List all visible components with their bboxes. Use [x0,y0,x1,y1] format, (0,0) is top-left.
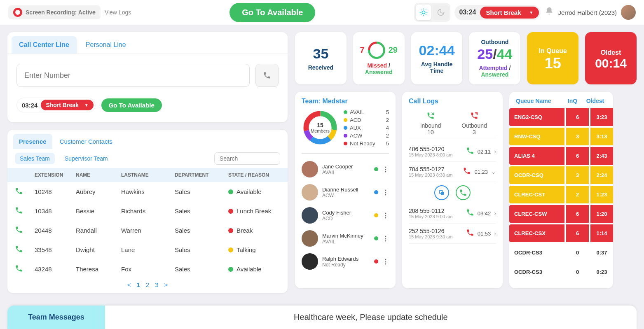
more-icon[interactable]: ⋮ [382,166,389,173]
recording-text: Screen Recording: Active [26,9,96,16]
team-title: Team: Medstar [302,98,389,105]
more-icon[interactable]: ⋮ [382,235,389,243]
chevron-down-icon: ▼ [529,10,534,15]
queue-row[interactable]: RNW-CSQ33:13 [509,128,613,145]
call-logs-card: Call Logs Inbound 10 Outbound 3 406 555-… [402,92,503,288]
call-icon[interactable] [7,245,32,254]
queue-row[interactable]: CLREC-CSX61:14 [509,224,613,242]
avatar [302,184,318,201]
chevron-icon: › [494,210,496,217]
agent-table-head: EXTENSION NAME LASTNAME DEPARTMENT STATE… [7,168,288,182]
queue-card: Queue Name InQ Oldest ENG2-CSQ63:23 RNW-… [509,92,613,288]
agent-row[interactable]: 33548 Dwight Lane Sales Talking [7,240,288,259]
team-donut: 15Members [302,109,339,146]
member-row[interactable]: Marvin McKinneyAVAIL ⋮ [302,227,389,250]
team-chip-supervisor[interactable]: Supervisor Team [60,153,113,164]
avatar[interactable] [621,5,636,20]
go-available-button[interactable]: Go To Available [229,3,315,22]
log-row[interactable]: 406 555-012015 May 2023 8:00 am 02:11 › [409,142,496,162]
chevron-icon: ⌄ [491,168,496,175]
page-next[interactable]: > [164,281,168,288]
queue-row[interactable]: OCDR-CS300:23 [509,263,613,281]
number-input[interactable] [16,64,250,87]
metric-oldest: Oldest 00:14 [585,32,637,84]
go-available-button-small[interactable]: Go To Available [101,98,162,112]
more-icon[interactable]: ⋮ [382,189,389,196]
page-1[interactable]: 1 [136,281,140,288]
metric-outbound: Outbound 25/44 Attempted /Answered [469,32,520,84]
copy-button[interactable] [434,185,449,200]
record-icon [13,8,22,17]
metric-received: 35 Received [295,32,347,84]
member-row[interactable]: Ralph EdwardsNot Ready ⋮ [302,250,389,273]
member-row[interactable]: Jane CooperAVAIL ⋮ [302,158,389,181]
status-pill-small: 03:24 Short Break ▼ [16,98,96,112]
avatar [302,161,318,177]
member-row[interactable]: Dianne RussellACW ⋮ [302,181,389,204]
team-chip-sales[interactable]: Sales Team [15,153,55,164]
chevron-down-icon: ▼ [84,103,89,107]
legend-row: AVAIL5 [344,109,389,115]
inbound-icon [409,112,452,121]
log-row[interactable]: 252 555-012615 May 2023 9:30 am 01:53 › [409,224,496,244]
avatar [302,230,318,247]
ticker-message: Healthcare week, Please update schedule [105,313,637,322]
tab-personal[interactable]: Personal Line [78,36,133,54]
recording-badge: Screen Recording: Active [8,5,101,19]
team-messages-tab[interactable]: Team Messages [7,306,105,329]
footer-bar: Team Messages Healthcare week, Please up… [7,306,637,329]
out-call-icon [463,167,471,177]
queue-row[interactable]: CLREC-CSW61:20 [509,205,613,223]
queue-row[interactable]: OCDR-CS300:37 [509,244,613,261]
bell-icon[interactable] [545,7,554,18]
agent-row[interactable]: 43248 Theresa Fox Sales Available [7,259,288,279]
tab-inbound[interactable]: Inbound 10 [409,109,452,138]
view-logs-link[interactable]: View Logs [105,9,131,16]
legend-row: ACW2 [344,133,389,139]
tab-call-center[interactable]: Call Center Line [12,36,77,54]
call-icon[interactable] [7,206,32,216]
tab-presence[interactable]: Presence [13,134,52,149]
agent-row[interactable]: 10248 Aubrey Hawkins Sales Available [7,182,288,201]
member-row[interactable]: Cody FisherACD ⋮ [302,204,389,227]
call-icon[interactable] [7,187,32,196]
queue-row[interactable]: ENG2-CSQ63:23 [509,108,613,126]
status-timer: 03:24 [459,9,476,16]
page-2[interactable]: 2 [146,281,149,288]
status-dropdown[interactable]: Short Break ▼ [480,7,539,19]
status-dropdown-small[interactable]: Short Break ▼ [41,100,93,110]
outbound-icon [452,112,496,121]
agent-row[interactable]: 10348 Bessie Richards Sales Lunch Break [7,201,288,221]
call-icon[interactable] [7,226,32,235]
tab-outbound[interactable]: Outbound 3 [452,109,496,138]
queue-row[interactable]: OCDR-CSQ32:24 [509,166,613,184]
page-3[interactable]: 3 [155,281,158,288]
queue-row[interactable]: ALIAS 462:43 [509,147,613,165]
more-icon[interactable]: ⋮ [382,258,389,266]
call-back-button[interactable] [456,185,471,200]
header-bar: Screen Recording: Active View Logs Go To… [0,0,644,25]
agent-row[interactable]: 20448 Randall Warren Sales Break [7,221,288,240]
queue-row[interactable]: CLREC-CST21:23 [509,186,613,203]
status-pill-wrap: 03:24 Short Break ▼ [454,5,541,20]
dark-mode-button[interactable] [433,5,449,20]
legend-row: ACD2 [344,117,389,123]
log-row[interactable]: 208 555-011215 May 2023 9:00 am 03:42 › [409,203,496,224]
call-button[interactable] [255,64,279,87]
status-label: Short Break [486,9,521,16]
out-call-icon [466,229,474,238]
tab-customer-contacts[interactable]: Customer Contacts [54,134,118,149]
user-name: Jerrod Halbert (2023) [558,9,617,16]
light-mode-button[interactable] [416,5,431,20]
page-prev[interactable]: < [127,281,131,288]
log-row[interactable]: 704 555-012715 May 2023 8:30 am 01:23 ⌄ [409,162,496,182]
donut-icon [364,38,389,62]
search-input[interactable] [214,152,280,165]
phone-icon [263,71,271,79]
more-icon[interactable]: ⋮ [382,212,389,219]
log-actions [409,182,496,203]
queue-head-name: Queue Name [516,98,561,104]
call-icon[interactable] [7,264,32,274]
avatar [302,207,318,224]
call-logs-title: Call Logs [409,98,496,105]
